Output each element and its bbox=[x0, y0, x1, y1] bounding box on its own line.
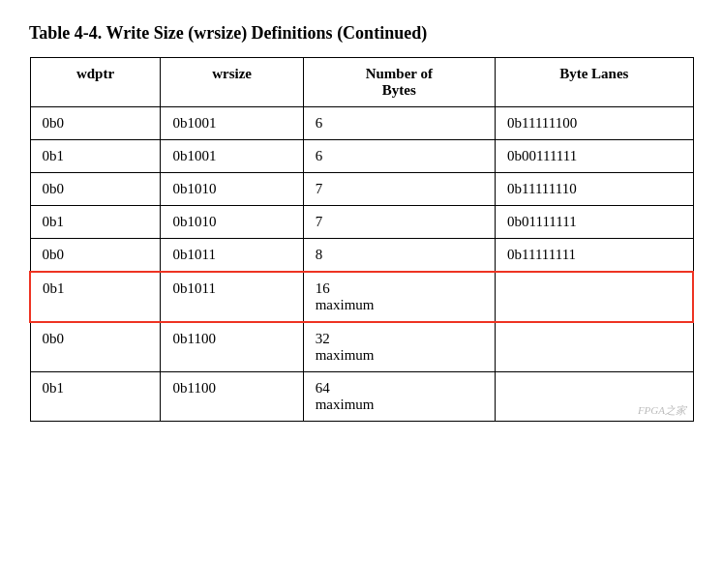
cell-num_bytes: 8 bbox=[303, 239, 495, 273]
wrsize-table: wdptr wrsize Number ofBytes Byte Lanes 0… bbox=[29, 57, 694, 422]
cell-num_bytes: 64maximum bbox=[303, 372, 495, 422]
cell-wrsize: 0b1010 bbox=[161, 173, 303, 206]
table-row: 0b10b101070b01111111 bbox=[30, 206, 693, 239]
cell-wdptr: 0b0 bbox=[30, 322, 161, 372]
table-row: 0b00b100160b11111100 bbox=[30, 107, 693, 140]
cell-byte_lanes: 0b01111111 bbox=[496, 206, 693, 239]
cell-byte_lanes: 0b11111111 bbox=[496, 239, 693, 273]
table-header-row: wdptr wrsize Number ofBytes Byte Lanes bbox=[30, 58, 693, 107]
cell-num_bytes: 7 bbox=[303, 206, 495, 239]
cell-wrsize: 0b1001 bbox=[161, 140, 303, 173]
cell-num_bytes: 6 bbox=[303, 107, 495, 140]
table-row: 0b10b101116maximum bbox=[30, 272, 693, 322]
col-header-byte-lanes: Byte Lanes bbox=[496, 58, 693, 107]
cell-wdptr: 0b1 bbox=[30, 372, 161, 422]
cell-byte_lanes: 0b11111100 bbox=[496, 107, 693, 140]
col-header-wdptr: wdptr bbox=[30, 58, 161, 107]
page-title: Table 4-4. Write Size (wrsize) Definitio… bbox=[29, 23, 694, 44]
cell-num_bytes: 16maximum bbox=[303, 272, 495, 322]
table-row: 0b10b100160b00111111 bbox=[30, 140, 693, 173]
cell-wdptr: 0b0 bbox=[30, 173, 161, 206]
col-header-num-bytes: Number ofBytes bbox=[303, 58, 495, 107]
col-header-wrsize: wrsize bbox=[161, 58, 303, 107]
cell-wrsize: 0b1001 bbox=[161, 107, 303, 140]
cell-byte_lanes: 0b11111110 bbox=[496, 173, 693, 206]
cell-wrsize: 0b1011 bbox=[161, 272, 303, 322]
table-row: 0b10b110064maximum bbox=[30, 372, 693, 422]
cell-byte_lanes: 0b00111111 bbox=[496, 140, 693, 173]
cell-num_bytes: 32maximum bbox=[303, 322, 495, 372]
cell-wrsize: 0b1100 bbox=[161, 322, 303, 372]
cell-wdptr: 0b1 bbox=[30, 272, 161, 322]
cell-wrsize: 0b1011 bbox=[161, 239, 303, 273]
cell-num_bytes: 7 bbox=[303, 173, 495, 206]
table-row: 0b00b101070b11111110 bbox=[30, 173, 693, 206]
cell-byte_lanes bbox=[496, 322, 693, 372]
cell-wdptr: 0b0 bbox=[30, 239, 161, 273]
cell-wdptr: 0b1 bbox=[30, 140, 161, 173]
cell-num_bytes: 6 bbox=[303, 140, 495, 173]
cell-wdptr: 0b0 bbox=[30, 107, 161, 140]
table-row: 0b00b110032maximum bbox=[30, 322, 693, 372]
watermark-label: FPGA之家 bbox=[638, 403, 686, 418]
cell-byte_lanes bbox=[496, 272, 693, 322]
table-row: 0b00b101180b11111111 bbox=[30, 239, 693, 273]
cell-wrsize: 0b1010 bbox=[161, 206, 303, 239]
cell-wrsize: 0b1100 bbox=[161, 372, 303, 422]
cell-wdptr: 0b1 bbox=[30, 206, 161, 239]
